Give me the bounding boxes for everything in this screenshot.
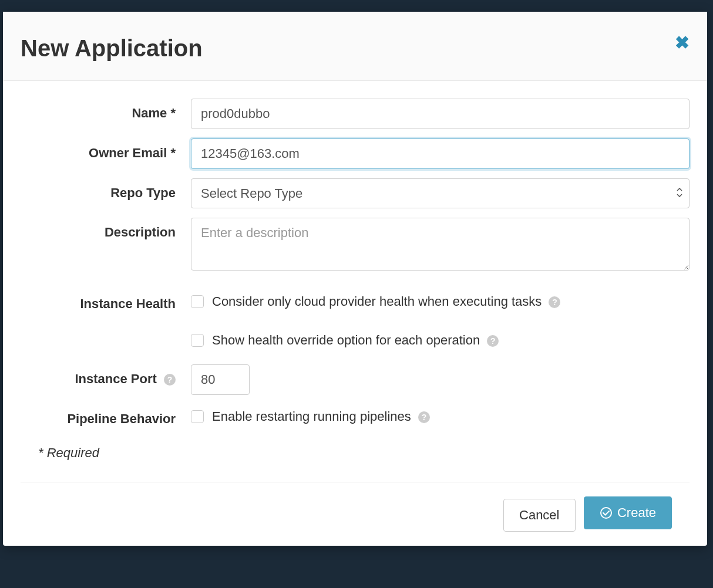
cloud-health-label: Consider only cloud provider health when…	[212, 294, 560, 309]
help-icon[interactable]: ?	[418, 411, 430, 423]
svg-point-0	[601, 508, 611, 518]
required-note: * Required	[38, 445, 690, 461]
name-label: Name *	[21, 99, 191, 121]
help-icon[interactable]: ?	[164, 374, 176, 386]
owner-email-input[interactable]	[191, 138, 690, 169]
modal-title: New Application	[21, 35, 690, 62]
instance-port-label: Instance Port ?	[21, 364, 191, 387]
cloud-health-checkbox[interactable]	[191, 295, 204, 308]
pipeline-behavior-label: Pipeline Behavior	[21, 404, 191, 427]
health-override-checkbox[interactable]	[191, 334, 204, 347]
close-icon[interactable]: ✖	[675, 34, 690, 52]
instance-port-input[interactable]	[191, 364, 250, 395]
modal-footer: Cancel Create	[21, 482, 690, 546]
description-textarea[interactable]	[191, 218, 690, 271]
modal-header: New Application ✖	[3, 12, 707, 81]
pipeline-restart-checkbox[interactable]	[191, 410, 204, 423]
repo-type-select[interactable]: Select Repo Type	[191, 178, 690, 208]
new-application-modal: New Application ✖ Name * Owner Email * R…	[3, 12, 707, 546]
repo-type-label: Repo Type	[21, 178, 191, 201]
description-label: Description	[21, 218, 191, 240]
create-button[interactable]: Create	[584, 496, 672, 529]
help-icon[interactable]: ?	[487, 335, 499, 347]
instance-health-label: Instance Health	[21, 289, 191, 312]
owner-email-label: Owner Email *	[21, 138, 191, 161]
health-override-label: Show health override option for each ope…	[212, 333, 499, 348]
modal-body: Name * Owner Email * Repo Type Select	[3, 81, 707, 546]
cancel-button[interactable]: Cancel	[503, 499, 575, 532]
name-input[interactable]	[191, 99, 690, 129]
check-circle-icon	[600, 506, 613, 519]
pipeline-restart-label: Enable restarting running pipelines ?	[212, 409, 430, 424]
help-icon[interactable]: ?	[549, 296, 560, 308]
